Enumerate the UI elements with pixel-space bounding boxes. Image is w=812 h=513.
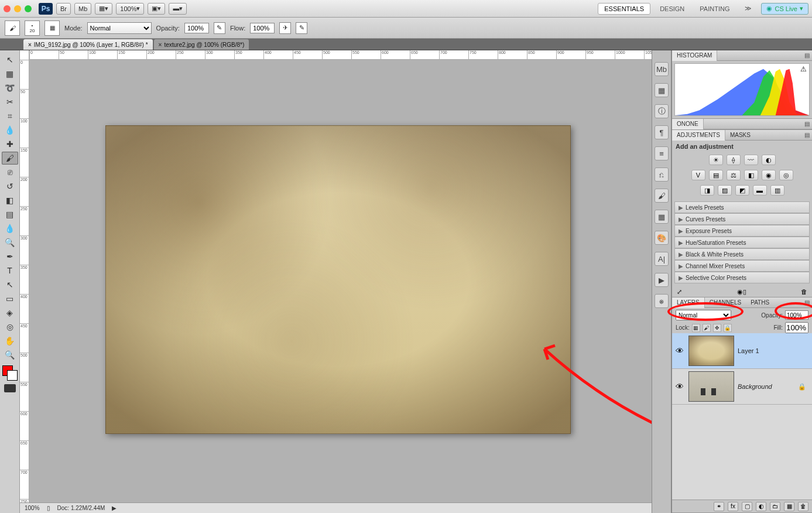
layer-thumbnail[interactable] <box>688 336 734 366</box>
layer-name-label[interactable]: Background <box>738 383 772 390</box>
layer-row-layer1[interactable]: 👁 Layer 1 <box>672 333 812 369</box>
lock-position-icon[interactable]: ✥ <box>713 324 721 332</box>
levels-adj-icon[interactable]: ⟠ <box>727 155 741 165</box>
status-zoom[interactable]: 100% <box>25 505 40 511</box>
brush-tool-icon[interactable]: 🖌 <box>2 152 18 165</box>
zoom-level-button[interactable]: 100% ▾ <box>116 3 144 15</box>
document-canvas[interactable] <box>105 125 571 434</box>
threshold-adj-icon[interactable]: ◩ <box>735 185 749 196</box>
pressure-opacity-icon[interactable]: ✎ <box>214 22 225 34</box>
3d-camera-tool-icon[interactable]: ◎ <box>2 320 18 333</box>
minimize-window-icon[interactable] <box>14 5 21 12</box>
adjustment-layer-icon[interactable]: ◐ <box>756 502 766 511</box>
adjustment-preset-row[interactable]: ▶Levels Presets <box>674 201 810 213</box>
panel-menu-icon[interactable]: ▤ <box>804 52 810 59</box>
clone-panel-icon[interactable]: ⎌ <box>655 167 669 182</box>
adjustment-preset-row[interactable]: ▶Exposure Presets <box>674 225 810 237</box>
doc-tab-2[interactable]: ×texture2.jpg @ 100% (RGB/8*) <box>154 39 249 50</box>
3d-tool-icon[interactable]: ◈ <box>2 306 18 319</box>
paths-tab[interactable]: PATHS <box>746 297 774 308</box>
info-panel-icon[interactable]: ⓘ <box>655 104 669 118</box>
histogram-warning-icon[interactable]: ⚠ <box>800 65 807 73</box>
link-layers-icon[interactable]: ⚭ <box>714 502 724 511</box>
workspace-essentials[interactable]: ESSENTIALS <box>598 3 650 15</box>
adjustment-preset-row[interactable]: ▶Black & White Presets <box>674 248 810 260</box>
quick-select-tool-icon[interactable]: ✂ <box>2 95 18 108</box>
canvas-viewport[interactable]: 0501001502002503003504004505005506006507… <box>29 50 652 513</box>
workspace-design[interactable]: DESIGN <box>654 3 690 15</box>
workspace-painting[interactable]: PAINTING <box>694 3 735 15</box>
type-tool-icon[interactable]: T <box>2 264 18 277</box>
gradient-tool-icon[interactable]: ▤ <box>2 208 18 221</box>
adj-expand-icon[interactable]: ⤢ <box>677 288 682 296</box>
minibridge-panel-icon[interactable]: Mb <box>655 62 669 76</box>
invert-adj-icon[interactable]: ◨ <box>700 185 714 196</box>
healing-tool-icon[interactable]: ✚ <box>2 138 18 151</box>
layer-thumbnail[interactable] <box>688 371 734 402</box>
foreground-background-swatch[interactable] <box>2 365 18 381</box>
shape-tool-icon[interactable]: ▭ <box>2 292 18 305</box>
layer-row-background[interactable]: 👁 Background 🔒 <box>672 369 812 405</box>
layer-group-icon[interactable]: 🗀 <box>770 502 780 511</box>
character-panel-icon[interactable]: A| <box>655 252 669 266</box>
brushes-panel-icon[interactable]: 🖌 <box>655 189 669 203</box>
adjustment-preset-row[interactable]: ▶Hue/Saturation Presets <box>674 237 810 248</box>
layer-fx-icon[interactable]: fx <box>728 502 738 511</box>
layer-visibility-icon[interactable]: 👁 <box>674 381 685 392</box>
layer-mask-icon[interactable]: ▢ <box>742 502 752 511</box>
screen-mode-button[interactable]: ▬▾ <box>169 3 187 15</box>
pen-tool-icon[interactable]: ✒ <box>2 250 18 263</box>
flow-field[interactable] <box>250 23 275 33</box>
zoom-tool-icon[interactable]: 🔍 <box>2 348 18 361</box>
bridge-button[interactable]: Br <box>56 3 71 15</box>
actions-panel-icon[interactable]: ▶ <box>655 273 669 287</box>
close-tab-icon[interactable]: × <box>159 42 162 48</box>
move-tool-icon[interactable]: ↖ <box>2 53 18 66</box>
quick-mask-toggle[interactable] <box>4 384 16 392</box>
history-brush-tool-icon[interactable]: ↺ <box>2 180 18 193</box>
arrange-docs-button[interactable]: ▣▾ <box>148 3 165 15</box>
paragraph-panel-icon[interactable]: ¶ <box>655 125 669 139</box>
dodge-tool-icon[interactable]: 🔍 <box>2 236 18 249</box>
adj-clip-icon[interactable]: ◉▯ <box>737 288 746 296</box>
color-panel-icon[interactable]: 🎨 <box>655 231 669 245</box>
adjustments-tab[interactable]: ADJUSTMENTS <box>672 130 725 141</box>
hand-tool-icon[interactable]: ✋ <box>2 334 18 347</box>
marquee-tool-icon[interactable]: ▦ <box>2 67 18 80</box>
adj-trash-icon[interactable]: 🗑 <box>801 288 807 296</box>
blur-tool-icon[interactable]: 💧 <box>2 222 18 235</box>
eyedropper-tool-icon[interactable]: 💧 <box>2 124 18 136</box>
new-layer-icon[interactable]: ▦ <box>784 502 794 511</box>
bw-adj-icon[interactable]: ◧ <box>744 170 758 180</box>
brush-tool-icon[interactable]: 🖌 <box>5 20 20 36</box>
status-more-icon[interactable]: ▶ <box>112 505 117 511</box>
lock-pixels-icon[interactable]: 🖌 <box>703 324 711 332</box>
close-window-icon[interactable] <box>4 5 11 12</box>
adjustment-preset-row[interactable]: ▶Selective Color Presets <box>674 272 810 283</box>
exposure-adj-icon[interactable]: ◐ <box>762 155 776 165</box>
panel-menu-icon[interactable]: ▤ <box>804 121 810 127</box>
navigator-panel-icon[interactable]: ▦ <box>655 210 669 224</box>
masks-tab[interactable]: MASKS <box>725 130 755 141</box>
airbrush-icon[interactable]: ✈ <box>279 22 291 34</box>
panel-menu-icon[interactable]: ▤ <box>804 132 810 138</box>
workspace-more-icon[interactable]: ≫ <box>739 3 758 15</box>
doc-tab-1[interactable]: ×IMG_9192.jpg @ 100% (Layer 1, RGB/8#) * <box>23 39 153 50</box>
lock-all-icon[interactable]: 🔒 <box>724 324 732 332</box>
curves-adj-icon[interactable]: 〰 <box>744 155 758 165</box>
selcolor-adj-icon[interactable]: ▥ <box>770 185 784 196</box>
close-tab-icon[interactable]: × <box>28 42 32 48</box>
stamp-tool-icon[interactable]: ⎚ <box>2 166 18 179</box>
layer-name-label[interactable]: Layer 1 <box>738 347 759 354</box>
path-select-tool-icon[interactable]: ↖ <box>2 278 18 291</box>
brush-preset-picker[interactable]: •20 <box>25 20 40 36</box>
layer-fill-field[interactable] <box>785 322 808 333</box>
cs-live-button[interactable]: ◉CS Live▾ <box>761 3 808 15</box>
crop-tool-icon[interactable]: ⌗ <box>2 110 18 122</box>
onone-tab[interactable]: ONONE <box>672 119 704 129</box>
chanmix-adj-icon[interactable]: ◎ <box>779 170 793 180</box>
status-doc-size[interactable]: Doc: 1.22M/2.44M <box>57 505 105 511</box>
swatches-panel-icon[interactable]: ▦ <box>655 83 669 97</box>
histogram-tab[interactable]: HISTOGRAM <box>672 50 717 61</box>
brush-panel-toggle[interactable]: ▦ <box>44 20 60 36</box>
